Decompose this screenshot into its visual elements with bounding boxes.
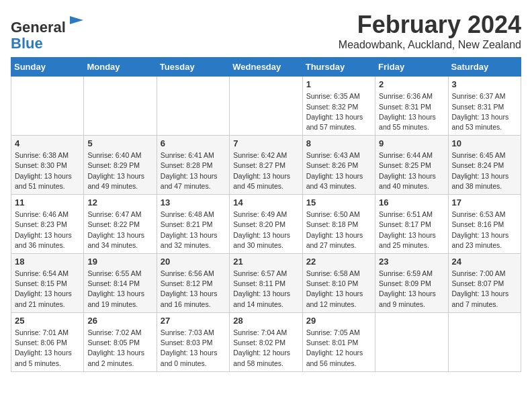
calendar-cell <box>448 312 521 371</box>
weekday-header-sunday: Sunday <box>11 58 84 77</box>
calendar-cell: 8Sunrise: 6:43 AM Sunset: 8:26 PM Daylig… <box>302 136 375 195</box>
day-info: Sunrise: 7:00 AM Sunset: 8:07 PM Dayligh… <box>452 269 517 310</box>
day-info: Sunrise: 6:41 AM Sunset: 8:28 PM Dayligh… <box>161 150 226 191</box>
calendar-cell: 16Sunrise: 6:51 AM Sunset: 8:17 PM Dayli… <box>375 195 448 254</box>
day-info: Sunrise: 6:55 AM Sunset: 8:14 PM Dayligh… <box>87 269 152 310</box>
calendar-cell: 28Sunrise: 7:04 AM Sunset: 8:02 PM Dayli… <box>230 312 302 371</box>
calendar-cell: 13Sunrise: 6:48 AM Sunset: 8:21 PM Dayli… <box>157 195 229 254</box>
day-info: Sunrise: 6:54 AM Sunset: 8:15 PM Dayligh… <box>15 269 80 310</box>
day-number: 17 <box>452 197 517 208</box>
day-number: 18 <box>15 257 80 267</box>
calendar-cell: 5Sunrise: 6:40 AM Sunset: 8:29 PM Daylig… <box>84 136 157 195</box>
calendar-cell: 2Sunrise: 6:36 AM Sunset: 8:31 PM Daylig… <box>375 77 448 136</box>
day-number: 12 <box>87 197 152 208</box>
day-info: Sunrise: 6:53 AM Sunset: 8:16 PM Dayligh… <box>452 210 517 250</box>
calendar-cell: 3Sunrise: 6:37 AM Sunset: 8:31 PM Daylig… <box>448 77 521 136</box>
day-number: 6 <box>161 138 226 148</box>
day-info: Sunrise: 6:48 AM Sunset: 8:21 PM Dayligh… <box>161 210 226 250</box>
calendar-week-row: 4Sunrise: 6:38 AM Sunset: 8:30 PM Daylig… <box>11 136 521 195</box>
weekday-header-saturday: Saturday <box>448 58 521 77</box>
day-number: 2 <box>379 79 444 89</box>
day-number: 11 <box>15 197 80 208</box>
day-info: Sunrise: 6:35 AM Sunset: 8:32 PM Dayligh… <box>306 91 371 132</box>
day-info: Sunrise: 6:47 AM Sunset: 8:22 PM Dayligh… <box>87 210 152 250</box>
month-title: February 2024 <box>339 11 521 39</box>
day-info: Sunrise: 7:02 AM Sunset: 8:05 PM Dayligh… <box>87 328 152 369</box>
day-number: 24 <box>452 257 517 267</box>
day-number: 28 <box>233 316 298 326</box>
day-info: Sunrise: 6:43 AM Sunset: 8:26 PM Dayligh… <box>306 150 371 191</box>
calendar-cell: 19Sunrise: 6:55 AM Sunset: 8:14 PM Dayli… <box>84 254 157 313</box>
calendar-cell: 4Sunrise: 6:38 AM Sunset: 8:30 PM Daylig… <box>11 136 84 195</box>
day-number: 27 <box>161 316 226 326</box>
location-title: Meadowbank, Auckland, New Zealand <box>339 39 521 51</box>
calendar-week-row: 1Sunrise: 6:35 AM Sunset: 8:32 PM Daylig… <box>11 77 521 136</box>
svg-marker-0 <box>70 16 83 24</box>
day-info: Sunrise: 6:56 AM Sunset: 8:12 PM Dayligh… <box>161 269 226 310</box>
day-number: 7 <box>233 138 298 148</box>
day-number: 26 <box>87 316 152 326</box>
calendar-cell: 18Sunrise: 6:54 AM Sunset: 8:15 PM Dayli… <box>11 254 84 313</box>
calendar-cell <box>230 77 302 136</box>
day-number: 25 <box>15 316 80 326</box>
day-info: Sunrise: 6:50 AM Sunset: 8:18 PM Dayligh… <box>306 210 371 250</box>
calendar-week-row: 25Sunrise: 7:01 AM Sunset: 8:06 PM Dayli… <box>11 312 521 371</box>
calendar-cell <box>11 77 84 136</box>
calendar-week-row: 18Sunrise: 6:54 AM Sunset: 8:15 PM Dayli… <box>11 254 521 313</box>
calendar-cell: 21Sunrise: 6:57 AM Sunset: 8:11 PM Dayli… <box>230 254 302 313</box>
day-info: Sunrise: 7:03 AM Sunset: 8:03 PM Dayligh… <box>161 328 226 369</box>
calendar-cell: 23Sunrise: 6:59 AM Sunset: 8:09 PM Dayli… <box>375 254 448 313</box>
logo-flag-icon <box>67 13 86 32</box>
day-number: 23 <box>379 257 444 267</box>
day-number: 1 <box>306 79 371 89</box>
day-info: Sunrise: 6:44 AM Sunset: 8:25 PM Dayligh… <box>379 150 444 191</box>
calendar-cell: 17Sunrise: 6:53 AM Sunset: 8:16 PM Dayli… <box>448 195 521 254</box>
calendar-cell: 25Sunrise: 7:01 AM Sunset: 8:06 PM Dayli… <box>11 312 84 371</box>
day-number: 8 <box>306 138 371 148</box>
weekday-header-row: SundayMondayTuesdayWednesdayThursdayFrid… <box>11 58 521 77</box>
logo-general: General <box>11 19 66 36</box>
day-number: 5 <box>87 138 152 148</box>
calendar-cell: 14Sunrise: 6:49 AM Sunset: 8:20 PM Dayli… <box>230 195 302 254</box>
calendar-cell <box>157 77 229 136</box>
calendar-cell: 15Sunrise: 6:50 AM Sunset: 8:18 PM Dayli… <box>302 195 375 254</box>
day-info: Sunrise: 6:36 AM Sunset: 8:31 PM Dayligh… <box>379 91 444 132</box>
calendar-cell: 20Sunrise: 6:56 AM Sunset: 8:12 PM Dayli… <box>157 254 229 313</box>
day-number: 29 <box>306 316 371 326</box>
calendar-cell: 29Sunrise: 7:05 AM Sunset: 8:01 PM Dayli… <box>302 312 375 371</box>
day-number: 20 <box>161 257 226 267</box>
day-number: 14 <box>233 197 298 208</box>
day-info: Sunrise: 6:45 AM Sunset: 8:24 PM Dayligh… <box>452 150 517 191</box>
weekday-header-wednesday: Wednesday <box>230 58 302 77</box>
day-info: Sunrise: 6:40 AM Sunset: 8:29 PM Dayligh… <box>87 150 152 191</box>
day-info: Sunrise: 6:59 AM Sunset: 8:09 PM Dayligh… <box>379 269 444 310</box>
day-info: Sunrise: 6:37 AM Sunset: 8:31 PM Dayligh… <box>452 91 517 132</box>
calendar-cell: 24Sunrise: 7:00 AM Sunset: 8:07 PM Dayli… <box>448 254 521 313</box>
day-info: Sunrise: 6:42 AM Sunset: 8:27 PM Dayligh… <box>233 150 298 191</box>
day-info: Sunrise: 7:05 AM Sunset: 8:01 PM Dayligh… <box>306 328 371 369</box>
day-info: Sunrise: 6:49 AM Sunset: 8:20 PM Dayligh… <box>233 210 298 250</box>
calendar-cell: 6Sunrise: 6:41 AM Sunset: 8:28 PM Daylig… <box>157 136 229 195</box>
logo: General Blue <box>11 13 86 52</box>
calendar-cell: 10Sunrise: 6:45 AM Sunset: 8:24 PM Dayli… <box>448 136 521 195</box>
calendar-cell: 27Sunrise: 7:03 AM Sunset: 8:03 PM Dayli… <box>157 312 229 371</box>
day-number: 15 <box>306 197 371 208</box>
day-info: Sunrise: 7:01 AM Sunset: 8:06 PM Dayligh… <box>15 328 80 369</box>
day-number: 3 <box>452 79 517 89</box>
weekday-header-tuesday: Tuesday <box>157 58 229 77</box>
day-info: Sunrise: 6:57 AM Sunset: 8:11 PM Dayligh… <box>233 269 298 310</box>
calendar-cell <box>84 77 157 136</box>
weekday-header-monday: Monday <box>84 58 157 77</box>
calendar-table: SundayMondayTuesdayWednesdayThursdayFrid… <box>11 57 521 371</box>
weekday-header-friday: Friday <box>375 58 448 77</box>
calendar-cell: 1Sunrise: 6:35 AM Sunset: 8:32 PM Daylig… <box>302 77 375 136</box>
calendar-cell: 9Sunrise: 6:44 AM Sunset: 8:25 PM Daylig… <box>375 136 448 195</box>
calendar-week-row: 11Sunrise: 6:46 AM Sunset: 8:23 PM Dayli… <box>11 195 521 254</box>
page-header: General Blue February 2024 Meadowbank, A… <box>11 11 521 52</box>
day-number: 13 <box>161 197 226 208</box>
title-block: February 2024 Meadowbank, Auckland, New … <box>339 11 521 51</box>
day-number: 10 <box>452 138 517 148</box>
calendar-cell: 7Sunrise: 6:42 AM Sunset: 8:27 PM Daylig… <box>230 136 302 195</box>
calendar-cell <box>375 312 448 371</box>
weekday-header-thursday: Thursday <box>302 58 375 77</box>
